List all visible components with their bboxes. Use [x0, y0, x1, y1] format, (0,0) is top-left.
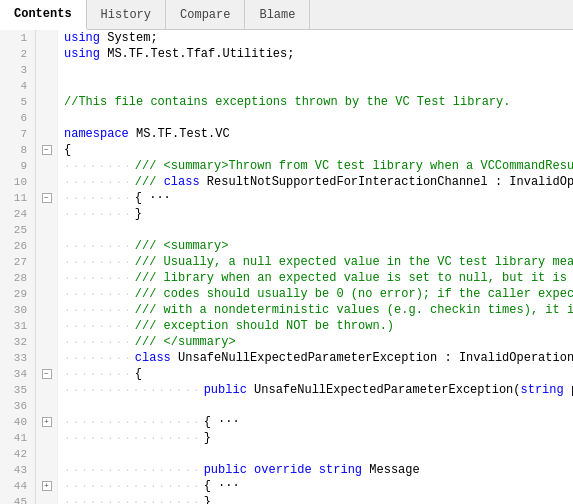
collapse-row[interactable]: + [36, 414, 57, 430]
tab-history[interactable]: History [87, 0, 166, 29]
code-text: /// exception should NOT be thrown.) [135, 318, 394, 334]
tab-contents[interactable]: Contents [0, 0, 87, 30]
code-line [64, 222, 573, 238]
line-number: 33 [0, 350, 31, 366]
line-number: 27 [0, 254, 31, 270]
line-number: 40 [0, 414, 31, 430]
line-number: 36 [0, 398, 31, 414]
code-line [64, 78, 573, 94]
code-text: { ··· [204, 414, 240, 430]
code-text: using MS.TF.Test.Tfaf.Utilities; [64, 46, 294, 62]
indent-dots: ················ [64, 414, 202, 430]
line-number: 9 [0, 158, 31, 174]
code-line [64, 110, 573, 126]
code-line: using System; [64, 30, 573, 46]
code-text: /// library when an expected value is se… [135, 270, 573, 286]
tab-compare[interactable]: Compare [166, 0, 245, 29]
collapse-row [36, 254, 57, 270]
indent-dots: ········ [64, 206, 133, 222]
code-line [64, 398, 573, 414]
line-number: 34 [0, 366, 31, 382]
code-text: } [135, 206, 142, 222]
line-number: 45 [0, 494, 31, 504]
collapse-row [36, 30, 57, 46]
collapse-row [36, 46, 57, 62]
collapse-row[interactable]: − [36, 366, 57, 382]
line-number: 44 [0, 478, 31, 494]
collapse-row [36, 174, 57, 190]
code-line: ················} [64, 494, 573, 504]
code-text: { ··· [204, 478, 240, 494]
code-text: /// <summary> [135, 238, 229, 254]
collapse-row[interactable]: + [36, 478, 57, 494]
indent-dots: ········ [64, 286, 133, 302]
collapse-gutter: −−−++ [36, 30, 58, 504]
code-text: { [135, 366, 142, 382]
collapse-plus-icon[interactable]: + [42, 481, 52, 491]
code-line: ················} [64, 430, 573, 446]
line-number: 43 [0, 462, 31, 478]
code-line: ················public UnsafeNullExpecte… [64, 382, 573, 398]
indent-dots: ········ [64, 254, 133, 270]
code-text: { ··· [135, 190, 171, 206]
collapse-row [36, 334, 57, 350]
code-area: 1234567891011242526272829303132333435364… [0, 30, 573, 504]
collapse-row [36, 126, 57, 142]
tab-blame[interactable]: Blame [245, 0, 310, 29]
indent-dots: ········ [64, 158, 133, 174]
indent-dots: ········ [64, 350, 133, 366]
collapse-row [36, 350, 57, 366]
line-number: 11 [0, 190, 31, 206]
line-number: 28 [0, 270, 31, 286]
code-line: ········/// </summary> [64, 334, 573, 350]
indent-dots: ········ [64, 302, 133, 318]
indent-dots: ················ [64, 478, 202, 494]
collapse-minus-icon[interactable]: − [42, 193, 52, 203]
code-line: ········/// <summary> [64, 238, 573, 254]
line-number: 42 [0, 446, 31, 462]
code-line: ········/// exception should NOT be thro… [64, 318, 573, 334]
line-number: 26 [0, 238, 31, 254]
indent-dots: ········ [64, 366, 133, 382]
collapse-minus-icon[interactable]: − [42, 145, 52, 155]
collapse-row [36, 94, 57, 110]
collapse-row [36, 110, 57, 126]
indent-dots: ········ [64, 270, 133, 286]
code-line: ········class UnsafeNullExpectedParamete… [64, 350, 573, 366]
code-line: ········/// with a nondeterministic valu… [64, 302, 573, 318]
code-text: class UnsafeNullExpectedParameterExcepti… [135, 350, 573, 366]
indent-dots: ········ [64, 318, 133, 334]
collapse-row[interactable]: − [36, 190, 57, 206]
code-text: /// </summary> [135, 334, 236, 350]
code-text: /// Usually, a null expected value in th… [135, 254, 573, 270]
collapse-row [36, 62, 57, 78]
indent-dots: ················ [64, 462, 202, 478]
code-text: { [64, 142, 71, 158]
code-line: ········/// codes should usually be 0 (n… [64, 286, 573, 302]
code-line: using MS.TF.Test.Tfaf.Utilities; [64, 46, 573, 62]
line-number: 8 [0, 142, 31, 158]
collapse-row [36, 494, 57, 504]
line-numbers: 1234567891011242526272829303132333435364… [0, 30, 36, 504]
collapse-plus-icon[interactable]: + [42, 417, 52, 427]
code-text: using System; [64, 30, 158, 46]
line-number: 2 [0, 46, 31, 62]
code-line: ········/// Usually, a null expected val… [64, 254, 573, 270]
line-number: 25 [0, 222, 31, 238]
collapse-row [36, 318, 57, 334]
collapse-row [36, 430, 57, 446]
code-text: /// class ResultNotSupportedForInteracti… [135, 174, 573, 190]
collapse-minus-icon[interactable]: − [42, 369, 52, 379]
collapse-row [36, 382, 57, 398]
indent-dots: ········ [64, 238, 133, 254]
line-number: 6 [0, 110, 31, 126]
code-line: namespace MS.TF.Test.VC [64, 126, 573, 142]
line-number: 29 [0, 286, 31, 302]
collapse-row[interactable]: − [36, 142, 57, 158]
code-text: /// with a nondeterministic values (e.g.… [135, 302, 573, 318]
line-number: 31 [0, 318, 31, 334]
code-line: ········/// class ResultNotSupportedForI… [64, 174, 573, 190]
collapse-row [36, 222, 57, 238]
code-line: ················{ ··· [64, 478, 573, 494]
indent-dots: ········ [64, 174, 133, 190]
